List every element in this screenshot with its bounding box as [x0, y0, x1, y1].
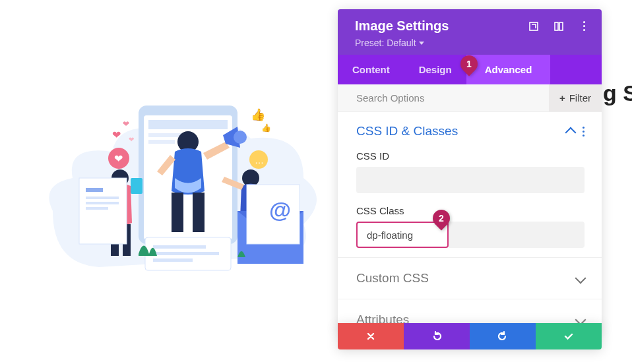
search-row: + Filter	[338, 84, 602, 112]
svg-rect-25	[153, 252, 219, 255]
section-css-id-classes: CSS ID & Classes CSS ID CSS Class	[338, 112, 602, 258]
svg-rect-15	[131, 178, 142, 194]
css-class-input-extent[interactable]	[449, 222, 585, 248]
css-class-label: CSS Class	[356, 205, 585, 216]
tab-content[interactable]: Content	[338, 55, 404, 84]
expand-icon[interactable]	[528, 20, 540, 32]
svg-rect-2	[148, 120, 228, 129]
cancel-button[interactable]	[338, 323, 404, 349]
css-id-input[interactable]	[356, 167, 585, 193]
section-title: CSS ID & Classes	[356, 124, 458, 138]
field-css-class: CSS Class	[356, 205, 585, 248]
svg-text:❤: ❤	[129, 136, 134, 143]
undo-button[interactable]	[404, 323, 470, 349]
search-input[interactable]	[338, 84, 549, 111]
tab-advanced[interactable]: Advanced	[466, 55, 551, 84]
svg-rect-4	[148, 140, 175, 144]
svg-rect-19	[86, 188, 103, 192]
panel-title: Image Settings	[355, 18, 449, 34]
svg-rect-26	[153, 258, 193, 262]
filter-button[interactable]: + Filter	[549, 84, 602, 111]
panel-header: Image Settings Preset: Default	[338, 9, 602, 55]
section-more-icon[interactable]	[583, 127, 585, 136]
preset-label: Preset: Default	[355, 38, 416, 48]
svg-text:…: …	[255, 155, 264, 166]
svg-rect-7	[193, 193, 205, 232]
background-heading-fragment: g S	[603, 80, 632, 106]
svg-rect-37	[555, 22, 558, 30]
redo-button[interactable]	[470, 323, 536, 349]
panel-footer	[338, 323, 602, 349]
svg-rect-21	[86, 202, 119, 204]
image-module-illustration[interactable]: @ ❤ … ❤ ❤ ❤ 👍 👍	[40, 79, 330, 297]
snap-icon[interactable]	[553, 20, 565, 32]
css-id-label: CSS ID	[356, 150, 585, 162]
save-button[interactable]	[536, 323, 602, 349]
svg-rect-38	[559, 22, 563, 30]
caret-down-icon	[419, 42, 424, 45]
svg-rect-22	[86, 207, 108, 210]
chevron-up-icon	[565, 127, 577, 138]
svg-point-8	[234, 131, 247, 144]
svg-rect-24	[153, 245, 206, 249]
tab-design[interactable]: Design	[404, 55, 466, 84]
preset-dropdown[interactable]: Preset: Default	[355, 38, 590, 48]
more-icon[interactable]	[578, 20, 590, 32]
svg-text:@: @	[269, 197, 291, 222]
section-css-id-classes-header[interactable]: CSS ID & Classes	[356, 124, 585, 138]
svg-text:❤: ❤	[123, 119, 129, 129]
chevron-down-icon	[575, 273, 586, 284]
css-class-input[interactable]	[356, 222, 449, 248]
section-custom-css[interactable]: Custom CSS	[338, 258, 602, 299]
svg-rect-20	[86, 197, 119, 199]
field-css-id: CSS ID	[356, 150, 585, 193]
svg-rect-36	[530, 22, 538, 30]
filter-label: Filter	[569, 92, 591, 104]
svg-text:👍: 👍	[251, 107, 266, 122]
editor-canvas: @ ❤ … ❤ ❤ ❤ 👍 👍	[0, 0, 338, 364]
svg-text:❤: ❤	[114, 153, 123, 164]
svg-text:❤: ❤	[112, 129, 121, 140]
custom-css-title: Custom CSS	[356, 271, 429, 286]
svg-text:👍: 👍	[261, 123, 271, 133]
svg-rect-6	[172, 193, 183, 232]
